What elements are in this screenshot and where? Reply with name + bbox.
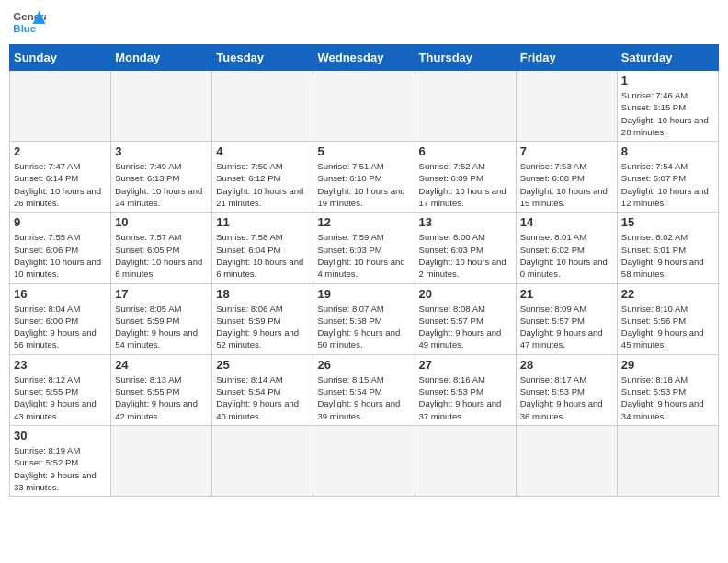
day-info: Sunrise: 7:54 AM Sunset: 6:07 PM Dayligh… (621, 160, 714, 209)
day-number: 26 (317, 358, 410, 372)
calendar-header-monday: Monday (111, 45, 212, 71)
calendar-day-cell: 25Sunrise: 8:14 AM Sunset: 5:54 PM Dayli… (212, 354, 313, 425)
day-info: Sunrise: 7:49 AM Sunset: 6:13 PM Dayligh… (115, 160, 208, 209)
calendar-day-cell: 15Sunrise: 8:02 AM Sunset: 6:01 PM Dayli… (617, 213, 718, 283)
calendar-day-cell: 12Sunrise: 7:59 AM Sunset: 6:03 PM Dayli… (313, 213, 415, 283)
generalblue-logo-icon: General Blue (13, 9, 46, 37)
day-info: Sunrise: 7:50 AM Sunset: 6:12 PM Dayligh… (216, 160, 309, 209)
calendar-table: SundayMondayTuesdayWednesdayThursdayFrid… (9, 44, 719, 497)
day-info: Sunrise: 8:18 AM Sunset: 5:53 PM Dayligh… (621, 373, 714, 422)
calendar-header-saturday: Saturday (617, 45, 718, 71)
calendar-header-tuesday: Tuesday (212, 45, 313, 71)
day-number: 6 (419, 144, 512, 158)
day-info: Sunrise: 7:52 AM Sunset: 6:09 PM Dayligh… (419, 160, 512, 209)
calendar-day-cell: 30Sunrise: 8:19 AM Sunset: 5:52 PM Dayli… (10, 425, 111, 496)
calendar-day-cell (415, 71, 516, 142)
day-info: Sunrise: 7:46 AM Sunset: 6:15 PM Dayligh… (621, 89, 714, 138)
calendar-day-cell (111, 425, 212, 496)
day-number: 4 (216, 144, 309, 158)
day-number: 5 (317, 144, 410, 158)
day-number: 14 (520, 215, 613, 229)
day-info: Sunrise: 8:01 AM Sunset: 6:02 PM Dayligh… (520, 231, 613, 280)
day-number: 15 (621, 215, 714, 229)
calendar-day-cell: 22Sunrise: 8:10 AM Sunset: 5:56 PM Dayli… (617, 283, 718, 354)
day-number: 18 (216, 287, 309, 301)
calendar-day-cell (516, 425, 617, 496)
day-info: Sunrise: 8:12 AM Sunset: 5:55 PM Dayligh… (14, 373, 107, 422)
day-info: Sunrise: 8:17 AM Sunset: 5:53 PM Dayligh… (520, 373, 613, 422)
day-number: 22 (621, 287, 714, 301)
day-info: Sunrise: 7:59 AM Sunset: 6:03 PM Dayligh… (317, 231, 410, 280)
calendar-day-cell: 19Sunrise: 8:07 AM Sunset: 5:58 PM Dayli… (313, 283, 415, 354)
calendar-day-cell: 2Sunrise: 7:47 AM Sunset: 6:14 PM Daylig… (10, 142, 111, 213)
calendar-day-cell: 29Sunrise: 8:18 AM Sunset: 5:53 PM Dayli… (617, 354, 718, 425)
calendar-week-row: 23Sunrise: 8:12 AM Sunset: 5:55 PM Dayli… (10, 354, 719, 425)
day-info: Sunrise: 7:57 AM Sunset: 6:05 PM Dayligh… (115, 231, 208, 280)
day-number: 12 (317, 215, 410, 229)
calendar-week-row: 30Sunrise: 8:19 AM Sunset: 5:52 PM Dayli… (10, 425, 719, 496)
calendar-day-cell: 11Sunrise: 7:58 AM Sunset: 6:04 PM Dayli… (212, 213, 313, 283)
calendar-header-wednesday: Wednesday (313, 45, 415, 71)
svg-text:Blue: Blue (13, 23, 36, 34)
day-info: Sunrise: 7:55 AM Sunset: 6:06 PM Dayligh… (14, 231, 107, 280)
day-number: 19 (317, 287, 410, 301)
day-number: 3 (115, 144, 208, 158)
calendar-day-cell: 14Sunrise: 8:01 AM Sunset: 6:02 PM Dayli… (516, 213, 617, 283)
day-info: Sunrise: 8:04 AM Sunset: 6:00 PM Dayligh… (14, 303, 107, 351)
calendar-day-cell (516, 71, 617, 142)
calendar-day-cell: 9Sunrise: 7:55 AM Sunset: 6:06 PM Daylig… (10, 213, 111, 283)
day-info: Sunrise: 8:00 AM Sunset: 6:03 PM Dayligh… (419, 231, 512, 280)
calendar-header-friday: Friday (516, 45, 617, 71)
day-info: Sunrise: 8:15 AM Sunset: 5:54 PM Dayligh… (317, 373, 410, 422)
header: General Blue (9, 9, 719, 37)
day-info: Sunrise: 7:51 AM Sunset: 6:10 PM Dayligh… (317, 160, 410, 209)
calendar-day-cell (111, 71, 212, 142)
day-number: 20 (419, 287, 512, 301)
day-info: Sunrise: 8:07 AM Sunset: 5:58 PM Dayligh… (317, 303, 410, 351)
day-number: 30 (14, 429, 107, 442)
day-number: 21 (520, 287, 613, 301)
calendar-day-cell: 21Sunrise: 8:09 AM Sunset: 5:57 PM Dayli… (516, 283, 617, 354)
day-number: 28 (520, 358, 613, 372)
calendar-day-cell: 24Sunrise: 8:13 AM Sunset: 5:55 PM Dayli… (111, 354, 212, 425)
calendar-header-row: SundayMondayTuesdayWednesdayThursdayFrid… (10, 45, 719, 71)
day-info: Sunrise: 8:14 AM Sunset: 5:54 PM Dayligh… (216, 373, 309, 422)
calendar-day-cell (212, 71, 313, 142)
calendar-week-row: 9Sunrise: 7:55 AM Sunset: 6:06 PM Daylig… (10, 213, 719, 283)
day-number: 24 (115, 358, 208, 372)
calendar-day-cell (313, 71, 415, 142)
calendar-day-cell: 7Sunrise: 7:53 AM Sunset: 6:08 PM Daylig… (516, 142, 617, 213)
day-number: 2 (14, 144, 107, 158)
calendar-week-row: 16Sunrise: 8:04 AM Sunset: 6:00 PM Dayli… (10, 283, 719, 354)
day-number: 1 (621, 74, 714, 87)
day-number: 23 (14, 358, 107, 372)
day-number: 11 (216, 215, 309, 229)
day-info: Sunrise: 8:10 AM Sunset: 5:56 PM Dayligh… (621, 303, 714, 351)
day-number: 8 (621, 144, 714, 158)
calendar-day-cell: 17Sunrise: 8:05 AM Sunset: 5:59 PM Dayli… (111, 283, 212, 354)
day-number: 29 (621, 358, 714, 372)
day-info: Sunrise: 8:16 AM Sunset: 5:53 PM Dayligh… (419, 373, 512, 422)
calendar-day-cell: 8Sunrise: 7:54 AM Sunset: 6:07 PM Daylig… (617, 142, 718, 213)
day-info: Sunrise: 8:05 AM Sunset: 5:59 PM Dayligh… (115, 303, 208, 351)
calendar-day-cell: 4Sunrise: 7:50 AM Sunset: 6:12 PM Daylig… (212, 142, 313, 213)
day-info: Sunrise: 7:47 AM Sunset: 6:14 PM Dayligh… (14, 160, 107, 209)
day-number: 9 (14, 215, 107, 229)
day-number: 10 (115, 215, 208, 229)
day-number: 27 (419, 358, 512, 372)
calendar-day-cell: 5Sunrise: 7:51 AM Sunset: 6:10 PM Daylig… (313, 142, 415, 213)
day-number: 13 (419, 215, 512, 229)
calendar-day-cell (212, 425, 313, 496)
day-info: Sunrise: 7:53 AM Sunset: 6:08 PM Dayligh… (520, 160, 613, 209)
calendar-day-cell (617, 425, 718, 496)
calendar-day-cell: 26Sunrise: 8:15 AM Sunset: 5:54 PM Dayli… (313, 354, 415, 425)
day-number: 7 (520, 144, 613, 158)
calendar-day-cell: 23Sunrise: 8:12 AM Sunset: 5:55 PM Dayli… (10, 354, 111, 425)
calendar-day-cell: 10Sunrise: 7:57 AM Sunset: 6:05 PM Dayli… (111, 213, 212, 283)
calendar-header-thursday: Thursday (415, 45, 516, 71)
calendar-day-cell: 6Sunrise: 7:52 AM Sunset: 6:09 PM Daylig… (415, 142, 516, 213)
day-info: Sunrise: 8:08 AM Sunset: 5:57 PM Dayligh… (419, 303, 512, 351)
calendar-day-cell: 20Sunrise: 8:08 AM Sunset: 5:57 PM Dayli… (415, 283, 516, 354)
calendar-week-row: 1Sunrise: 7:46 AM Sunset: 6:15 PM Daylig… (10, 71, 719, 142)
calendar-day-cell (10, 71, 111, 142)
